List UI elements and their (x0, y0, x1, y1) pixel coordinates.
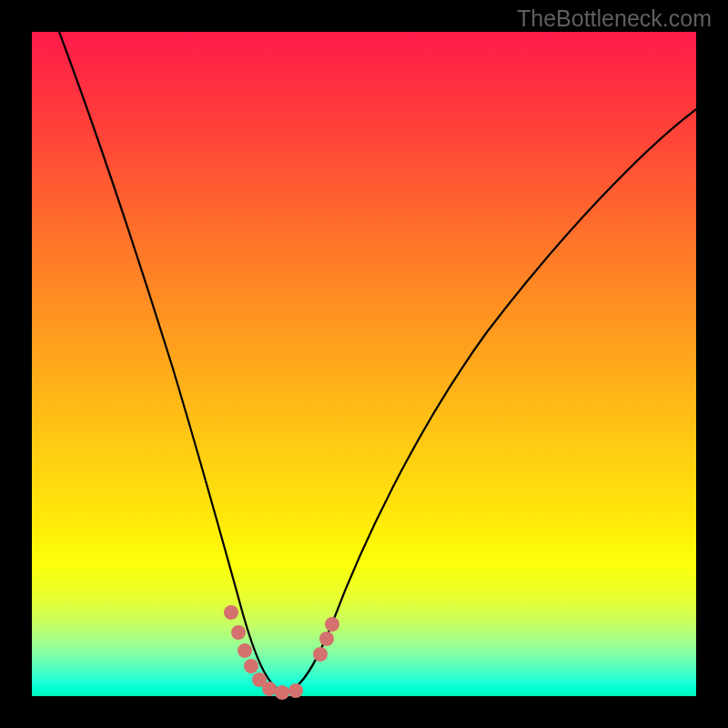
marker-dot (224, 605, 238, 620)
marker-dot (275, 685, 289, 700)
bottleneck-curve-svg (32, 32, 696, 696)
marker-dot (319, 632, 334, 646)
marker-dot (313, 647, 328, 662)
watermark-text: TheBottleneck.com (517, 5, 712, 32)
marker-dot (231, 625, 246, 640)
marker-dot (244, 659, 258, 673)
marker-dot (325, 617, 339, 632)
marker-dot (288, 683, 303, 698)
marker-dot (262, 682, 277, 696)
marker-dot (238, 643, 252, 658)
chart-plot-area (32, 32, 696, 696)
bottleneck-curve-line (59, 32, 696, 692)
